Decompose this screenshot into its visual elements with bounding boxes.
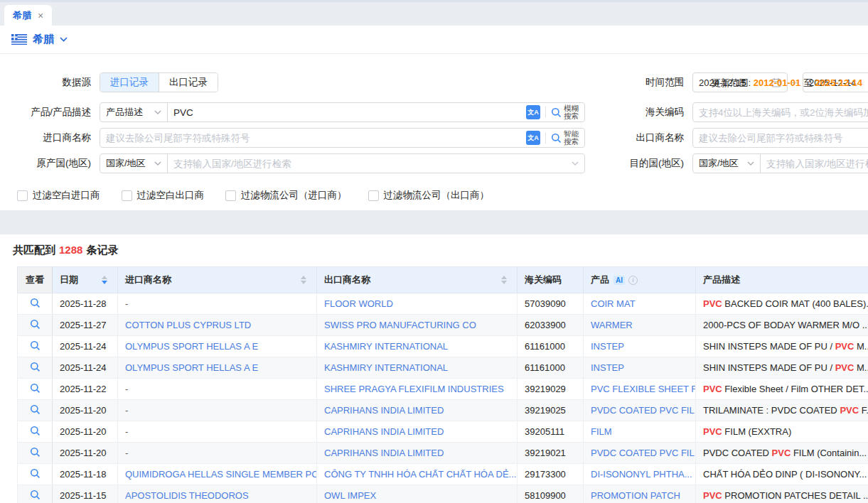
table-row: 2025-11-22-SHREE PRAGYA FLEXIFILM INDUST… [18,379,868,400]
view-record-icon[interactable] [30,404,41,415]
view-record-icon[interactable] [30,383,41,394]
view-record-icon[interactable] [30,298,41,308]
product-cell: WARMER [584,315,696,336]
exporter-input[interactable] [699,133,868,144]
filter-checkbox[interactable]: 过滤空白出口商 [122,189,205,202]
date-cell: 2025-11-20 [53,443,118,464]
view-record-icon[interactable] [30,426,41,436]
sort-carets[interactable] [301,276,309,284]
product-link[interactable]: INSTEP [591,362,624,373]
destination-country-select[interactable]: 国家/地区 [692,153,761,173]
form-row-product: 产品/产品描述 产品描述 文A 模糊 搜索 [0,102,868,122]
checkbox-icon[interactable] [225,190,236,201]
product-cell: DI-ISONONYL PHTHA... [584,464,696,485]
highlighted-term: PVC [703,426,722,437]
exporter-link[interactable]: CAPRIHANS INDIA LIMITED [324,426,444,437]
checkbox-icon[interactable] [368,190,379,201]
view-record-icon[interactable] [30,468,41,479]
filter-checkbox[interactable]: 过滤物流公司（进口商） [225,189,347,202]
close-icon[interactable]: × [38,11,43,21]
exporter-link[interactable]: OWL IMPEX [324,490,376,501]
fuzzy-search-button[interactable]: 模糊 搜索 [551,104,579,120]
view-record-icon[interactable] [30,362,41,372]
exporter-link[interactable]: SWISS PRO MANUFACTURING CO [324,320,476,330]
date-cell: 2025-11-15 [53,485,118,503]
destination-country-input[interactable] [766,158,868,169]
exporter-link[interactable]: SHREE PRAGYA FLEXIFILM INDUSTRIES [324,384,504,394]
export-records-button[interactable]: 出口记录 [159,73,218,92]
column-header-exporter[interactable]: 出口商名称 [317,267,518,293]
product-label: 产品/产品描述 [0,106,100,119]
description-cell: 2000-PCS OF BODAY WARMER M/O ... [696,315,868,336]
sort-carets[interactable] [501,276,510,284]
product-link[interactable]: PVDC COATED PVC FIL... [591,405,696,416]
importer-link[interactable]: COTTON PLUS CYPRUS LTD [125,320,251,330]
info-icon[interactable]: i [628,276,638,285]
chevron-down-icon[interactable] [572,161,579,166]
smart-search-button[interactable]: 智能 搜索 [551,130,579,146]
importer-link[interactable]: APOSTOLIDIS THEODOROS [125,490,249,501]
view-record-icon[interactable] [30,447,41,458]
filter-checkbox[interactable]: 过滤空白进口商 [17,189,100,202]
time-range-label: 时间范围 [620,76,692,89]
product-cell: FILM [584,421,696,443]
column-header-date[interactable]: 日期 [53,267,118,293]
exporter-link[interactable]: CAPRIHANS INDIA LIMITED [324,448,444,458]
sort-carets[interactable] [102,276,110,284]
importer-link[interactable]: QUIMIDROGA HELLAS SINGLE MEMBER PC [125,469,317,480]
chevron-down-icon[interactable] [60,37,68,42]
product-link[interactable]: PROMOTION PATCH [591,490,680,501]
hs-code-cell: 62033900 [518,315,584,336]
description-text: SHIN INSTEPS MADE OF PU / [703,362,835,373]
importer-link[interactable]: OLYMPUS SPORT HELLAS A E [125,341,258,352]
importer-input[interactable] [106,133,521,144]
exporter-link[interactable]: FLOOR WORLD [324,298,393,309]
translate-icon[interactable]: 文A [526,131,540,145]
highlighted-term: PVC [703,490,722,501]
product-link[interactable]: DI-ISONONYL PHTHA... [591,469,692,480]
filter-checkbox[interactable]: 过滤物流公司（出口商） [368,189,490,202]
hs-code-cell: 29173300 [518,464,584,485]
product-link[interactable]: WARMER [591,320,633,330]
app-window: 希腊 × 希腊 更新范围: 2012-01-01 至 2025-12-14 [0,0,868,503]
view-cell [18,443,53,464]
tab-greece[interactable]: 希腊 × [4,5,52,26]
importer-link[interactable]: OLYMPUS SPORT HELLAS A E [125,362,258,373]
product-link[interactable]: COIR MAT [591,298,636,309]
description-text: PROMOTION PATCHES DETAIL ... [722,490,868,501]
tab-bar: 希腊 × [0,0,868,26]
view-record-icon[interactable] [30,319,41,330]
product-field-select[interactable]: 产品描述 [100,102,168,122]
table-row: 2025-11-27COTTON PLUS CYPRUS LTDSWISS PR… [18,315,868,336]
chevron-down-icon [154,110,161,114]
view-record-icon[interactable] [30,490,41,500]
date-cell: 2025-11-22 [53,379,118,400]
view-cell [18,379,53,400]
hs-code-input[interactable] [699,107,868,118]
product-link[interactable]: FILM [591,426,612,437]
description-text: FILM (EXXTRA) [722,426,792,437]
count-prefix: 共匹配到 [13,244,55,256]
importer-cell: QUIMIDROGA HELLAS SINGLE MEMBER PC [118,464,317,485]
exporter-link[interactable]: KASHMIRY INTERNATIONAL [324,341,448,352]
checkbox-icon[interactable] [17,190,28,201]
origin-country-input[interactable] [173,158,567,169]
product-search-input[interactable] [173,107,521,118]
exporter-link[interactable]: CÔNG TY TNHH HÓA CHẤT CHẤT HÓA DẺ... [324,469,516,480]
exporter-link[interactable]: KASHMIRY INTERNATIONAL [324,362,448,373]
view-cell [18,315,53,336]
translate-icon[interactable]: 文A [526,105,540,119]
importer-cell: OLYMPUS SPORT HELLAS A E [118,336,317,357]
import-records-button[interactable]: 进口记录 [100,73,159,92]
description-text: BACKED COIR MAT (400 BALES)... [722,298,868,309]
form-row-origin: 原产国(地区) 国家/地区 目的国(地区) [0,153,868,173]
column-header-importer[interactable]: 进口商名称 [118,267,317,293]
view-record-icon[interactable] [30,340,41,351]
product-link[interactable]: PVDC COATED PVC FIL... [591,448,696,458]
product-link[interactable]: INSTEP [591,341,624,352]
form-row-importer: 进口商名称 文A 智能 搜索 出口 [0,128,868,148]
origin-country-select[interactable]: 国家/地区 [100,153,168,173]
exporter-link[interactable]: CAPRIHANS INDIA LIMITED [324,405,444,416]
product-link[interactable]: PVC FLEXIBLE SHEET F... [591,384,696,394]
checkbox-icon[interactable] [122,190,132,201]
